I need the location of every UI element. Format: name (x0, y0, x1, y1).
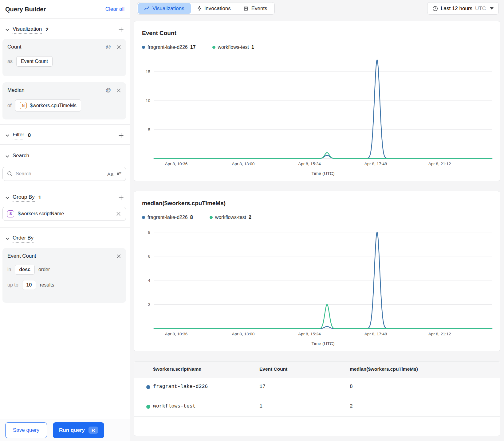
page-title: Query Builder (5, 6, 46, 13)
at-mention-icon[interactable]: @ (106, 44, 111, 50)
event-count-chart-card: Event Count fragrant-lake-d22617workflow… (134, 21, 500, 181)
add-visualization-button[interactable] (118, 26, 124, 33)
order-by-card: Event Count in desc order up to 10 resul… (2, 248, 126, 303)
chart-title: Event Count (142, 30, 176, 37)
search-section-header: Search (0, 151, 130, 162)
legend-series-value: 17 (190, 45, 196, 50)
legend-dot-icon (142, 46, 145, 49)
events-icon (244, 6, 249, 11)
svg-text:6: 6 (148, 254, 150, 259)
chevron-down-icon[interactable] (5, 237, 10, 240)
chevron-down-icon (490, 7, 494, 10)
svg-text:Apr 8, 21:12: Apr 8, 21:12 (428, 332, 451, 336)
section-divider (0, 144, 130, 145)
search-icon (7, 171, 13, 177)
run-query-label: Run query (59, 427, 85, 433)
legend-item[interactable]: workflows-test2 (210, 215, 251, 220)
clear-all-button[interactable]: Clear all (105, 6, 124, 12)
visualization-section-header: Visualization 2 (0, 25, 130, 35)
legend-item[interactable]: workflows-test1 (212, 45, 254, 50)
legend-dot-icon (212, 46, 215, 49)
remove-group-by-button[interactable] (111, 207, 126, 221)
svg-text:Apr 8, 10:36: Apr 8, 10:36 (165, 332, 188, 336)
svg-text:Apr 8, 13:00: Apr 8, 13:00 (232, 332, 255, 336)
sort-direction-selector[interactable]: desc (15, 265, 34, 275)
table-row[interactable]: workflows-test12 (134, 397, 500, 417)
count-card-title: Count (7, 44, 21, 50)
group-by-chip[interactable]: S $workers.scriptName (2, 207, 126, 221)
clock-icon (432, 6, 438, 11)
regex-toggle-icon[interactable]: * (117, 172, 121, 175)
group-by-count: 1 (38, 195, 41, 201)
legend-series-name: fragrant-lake-d226 (148, 45, 188, 50)
lightning-icon (197, 6, 202, 11)
legend-series-name: workflows-test (218, 45, 249, 50)
svg-text:4: 4 (148, 278, 150, 283)
median-card-title: Median (7, 87, 25, 93)
time-range-selector[interactable]: Last 12 hours UTC (427, 2, 499, 15)
filter-section-header: Filter 0 (0, 130, 130, 141)
order-label: order (38, 267, 50, 272)
section-divider (0, 124, 130, 125)
workers-observability-screen: Query Builder Clear all Visualization 2 … (0, 0, 504, 441)
chevron-down-icon[interactable] (5, 134, 10, 137)
tab-label: Events (251, 6, 267, 12)
svg-text:Apr 8, 17:48: Apr 8, 17:48 (364, 162, 387, 166)
chevron-down-icon[interactable] (5, 154, 10, 158)
group-by-field-value: $workers.scriptName (18, 211, 64, 217)
up-to-label: up to (7, 282, 18, 288)
legend-series-name: fragrant-lake-d226 (148, 215, 188, 220)
visualization-count: 2 (45, 27, 48, 33)
svg-text:Time (UTC): Time (UTC) (311, 341, 334, 346)
svg-text:2: 2 (148, 302, 150, 307)
at-mention-icon[interactable]: @ (106, 87, 111, 93)
run-query-button[interactable]: Run query R (53, 422, 104, 438)
time-range-label: Last 12 hours (441, 6, 472, 12)
limit-input[interactable]: 10 (22, 280, 36, 290)
chevron-down-icon[interactable] (5, 196, 10, 200)
legend-dot-icon (210, 216, 213, 219)
table-row[interactable]: fragrant-lake-d226178 (134, 377, 500, 397)
group-by-section-header: Group By 1 (0, 193, 130, 203)
legend-series-value: 8 (190, 215, 193, 220)
section-divider (0, 227, 130, 228)
match-case-toggle[interactable]: Aa (107, 171, 113, 177)
legend-series-value: 1 (251, 45, 254, 50)
svg-text:Apr 8, 10:36: Apr 8, 10:36 (165, 162, 188, 166)
legend-item[interactable]: fragrant-lake-d2268 (142, 215, 193, 220)
section-divider (0, 188, 130, 188)
tab-events[interactable]: Events (237, 3, 274, 14)
table-column-header: median($workers.cpuTimeMs) (350, 366, 418, 372)
event-count-cell: 17 (259, 384, 266, 389)
filter-count: 0 (28, 132, 31, 139)
tab-label: Invocations (204, 6, 231, 12)
script-name-cell: fragrant-lake-d226 (153, 384, 208, 389)
in-label: in (7, 267, 11, 272)
save-query-button[interactable]: Save query (5, 422, 47, 438)
legend-series-name: workflows-test (215, 215, 246, 220)
svg-text:Apr 8, 21:12: Apr 8, 21:12 (428, 162, 451, 166)
close-icon[interactable] (116, 88, 121, 93)
chevron-down-icon[interactable] (5, 28, 10, 32)
order-by-field: Event Count (7, 253, 36, 259)
tab-visualizations[interactable]: Visualizations (138, 3, 191, 14)
script-name-cell: workflows-test (153, 403, 196, 409)
results-label: results (40, 282, 54, 288)
number-type-icon: N (20, 102, 27, 109)
search-input[interactable] (16, 171, 104, 177)
series-dot-icon (146, 385, 150, 389)
close-icon[interactable] (116, 45, 121, 49)
svg-text:8: 8 (148, 230, 150, 235)
svg-text:Apr 8, 15:24: Apr 8, 15:24 (298, 162, 321, 166)
query-builder-sidebar: Query Builder Clear all Visualization 2 … (0, 0, 130, 441)
close-icon[interactable] (116, 254, 121, 259)
legend-item[interactable]: fragrant-lake-d22617 (142, 45, 196, 50)
count-alias-field[interactable]: Event Count (16, 56, 53, 67)
median-field-selector[interactable]: N $workers.cpuTimeMs (15, 100, 81, 111)
results-table-card: $workers.scriptNameEvent Countmedian($wo… (134, 361, 500, 436)
table-column-header: $workers.scriptName (153, 366, 201, 372)
tab-invocations[interactable]: Invocations (191, 3, 237, 14)
visualization-label: Visualization (13, 26, 42, 34)
add-filter-button[interactable] (118, 132, 124, 139)
add-group-by-button[interactable] (118, 194, 124, 201)
